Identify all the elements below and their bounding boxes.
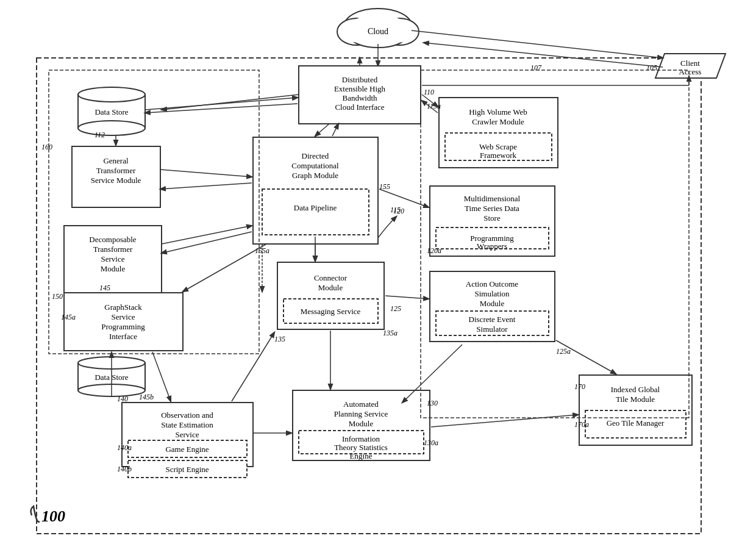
svg-text:Client: Client: [680, 59, 700, 68]
svg-text:Module: Module: [480, 299, 505, 308]
svg-text:140b: 140b: [117, 465, 132, 473]
svg-text:Access: Access: [679, 67, 702, 76]
svg-text:Interface: Interface: [109, 332, 137, 341]
svg-text:Theory Statistics: Theory Statistics: [334, 443, 388, 452]
svg-text:145b: 145b: [139, 393, 154, 401]
svg-line-116: [556, 340, 616, 374]
svg-text:Module: Module: [318, 283, 343, 292]
svg-text:Extensible High: Extensible High: [334, 84, 386, 93]
client-access-shape: Client Access: [655, 54, 726, 78]
figure-number: 100: [41, 507, 65, 525]
label-105: 105: [646, 63, 657, 72]
svg-text:160: 160: [41, 143, 52, 151]
svg-text:Service: Service: [112, 312, 135, 321]
svg-line-112: [152, 352, 171, 401]
high-volume-label: High Volume Web: [469, 107, 527, 116]
diagram-container: Cloud Client Access 105 107 Distributed …: [0, 0, 756, 555]
svg-text:Module: Module: [101, 264, 126, 273]
geo-tile-label: Geo Tile Manager: [607, 418, 665, 428]
svg-text:125a: 125a: [556, 347, 571, 356]
svg-text:Simulation: Simulation: [474, 289, 510, 298]
graphstack-label: GraphStack: [104, 303, 142, 312]
svg-line-117: [232, 332, 274, 401]
svg-text:135: 135: [274, 335, 285, 343]
data-store-top-label: Data Store: [94, 107, 128, 116]
svg-text:Time Series Data: Time Series Data: [465, 204, 519, 213]
svg-line-102: [183, 244, 266, 292]
svg-text:112: 112: [94, 131, 105, 139]
svg-text:Framework: Framework: [480, 151, 516, 160]
svg-text:110: 110: [424, 88, 434, 96]
svg-text:Service: Service: [176, 430, 199, 439]
svg-text:125: 125: [390, 304, 401, 313]
svg-text:Store: Store: [483, 213, 501, 223]
svg-text:Engine: Engine: [350, 451, 373, 460]
svg-line-104: [315, 124, 329, 136]
game-engine-label: Game Engine: [165, 445, 209, 454]
svg-text:170: 170: [574, 382, 585, 391]
svg-text:Simulator: Simulator: [476, 324, 508, 334]
diagram-svg: Cloud Client Access 105 107 Distributed …: [0, 0, 756, 555]
multidimensional-label: Multidimensional: [464, 194, 521, 203]
svg-text:Planning Service: Planning Service: [334, 409, 388, 418]
svg-text:Module: Module: [349, 419, 374, 428]
svg-text:170a: 170a: [574, 420, 589, 429]
svg-text:Transformer: Transformer: [93, 245, 133, 254]
svg-line-97: [160, 170, 252, 177]
svg-text:145: 145: [99, 284, 110, 292]
svg-line-98: [160, 183, 252, 189]
decomposable-label: Decomposable: [89, 235, 136, 244]
svg-text:Wrappers: Wrappers: [477, 242, 507, 251]
svg-text:Tile Module: Tile Module: [616, 395, 655, 404]
svg-text:Crawler Module: Crawler Module: [472, 117, 524, 126]
cloud-label: Cloud: [368, 27, 388, 36]
svg-line-111: [385, 296, 429, 299]
svg-line-115: [431, 415, 578, 427]
svg-text:135a: 135a: [383, 329, 398, 337]
observation-label: Observation and: [161, 410, 213, 420]
action-outcome-label: Action Outcome: [466, 279, 519, 288]
messaging-service-label: Messaging Service: [301, 307, 361, 316]
svg-text:Cloud Interface: Cloud Interface: [335, 102, 384, 112]
script-engine-label: Script Engine: [165, 465, 209, 474]
general-transformer-label: General: [103, 156, 129, 165]
connector-module-label: Connector: [314, 273, 348, 282]
svg-text:Transformer: Transformer: [96, 166, 136, 175]
svg-text:130a: 130a: [424, 439, 438, 447]
svg-text:Service: Service: [101, 254, 125, 263]
cloud-shape: Cloud: [337, 9, 419, 48]
label-107: 107: [530, 63, 542, 72]
web-scrape-label: Web Scrape: [479, 142, 517, 151]
data-pipeline-label: Data Pipeline: [294, 203, 337, 212]
svg-line-14: [424, 43, 663, 67]
svg-line-108: [379, 189, 429, 207]
svg-text:Graph Module: Graph Module: [292, 171, 338, 180]
svg-text:130: 130: [427, 399, 438, 407]
svg-text:120a: 120a: [427, 246, 441, 255]
svg-text:140a: 140a: [117, 443, 132, 452]
svg-line-114: [402, 345, 462, 403]
indexed-global-label: Indexed Global: [611, 385, 660, 394]
svg-text:115: 115: [390, 206, 401, 214]
svg-text:145a: 145a: [61, 313, 76, 321]
svg-text:140: 140: [117, 395, 128, 403]
distributed-label-1: Distributed: [342, 75, 378, 84]
svg-text:State Estimation: State Estimation: [161, 420, 213, 429]
svg-text:Computational: Computational: [291, 161, 339, 170]
directed-comp-label: Directed: [302, 151, 329, 160]
svg-text:150: 150: [52, 292, 63, 301]
svg-text:Service Module: Service Module: [91, 176, 141, 185]
automated-planning-label: Automated: [343, 399, 379, 409]
svg-point-22: [78, 121, 145, 135]
svg-line-105: [332, 124, 338, 136]
info-theory-label: Information: [342, 434, 380, 443]
svg-text:Programming: Programming: [101, 322, 145, 331]
discrete-event-label: Discrete Event: [469, 315, 516, 324]
svg-point-21: [78, 87, 145, 102]
svg-text:Bandwidth: Bandwidth: [342, 93, 377, 102]
